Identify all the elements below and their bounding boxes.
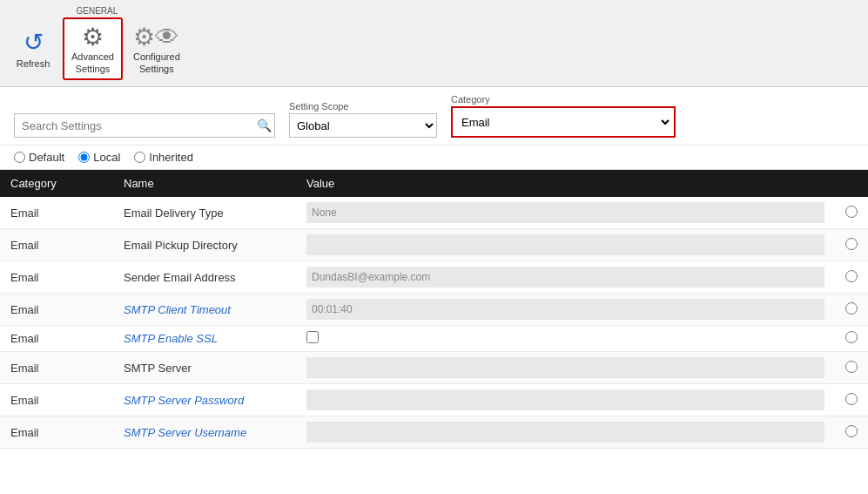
table-row: EmailSender Email Address xyxy=(0,261,868,294)
cell-category: Email xyxy=(0,416,113,449)
table-header: Category Name Value xyxy=(0,170,868,197)
radio-inherited-label: Inherited xyxy=(149,151,193,164)
search-group: 🔍 xyxy=(14,113,275,138)
refresh-button[interactable]: ↺ Refresh xyxy=(7,24,59,73)
toolbar: GENERAL ↺ Refresh ⚙ AdvancedSettings ⚙👁 … xyxy=(0,0,868,87)
radio-default-input[interactable] xyxy=(14,152,25,163)
value-checkbox[interactable] xyxy=(306,331,319,343)
cell-category: Email xyxy=(0,384,113,416)
toolbar-general-label: GENERAL xyxy=(76,6,118,16)
cell-value[interactable] xyxy=(296,384,835,416)
search-input[interactable] xyxy=(14,113,275,138)
header-radio xyxy=(835,170,868,197)
table-row: EmailSMTP Server Username xyxy=(0,416,868,449)
advanced-settings-button[interactable]: ⚙ AdvancedSettings xyxy=(63,17,123,79)
cell-name: Email Delivery Type xyxy=(113,197,296,229)
cell-value[interactable] xyxy=(296,197,835,229)
header-category: Category xyxy=(0,170,113,197)
table-body: EmailEmail Delivery TypeEmailEmail Picku… xyxy=(0,197,868,449)
category-label: Category xyxy=(451,94,676,105)
cell-name: SMTP Client Timeout xyxy=(113,294,296,326)
table-row: EmailEmail Pickup Directory xyxy=(0,229,868,261)
row-radio[interactable] xyxy=(845,238,858,250)
refresh-label: Refresh xyxy=(17,58,50,70)
table-row: EmailEmail Delivery Type xyxy=(0,197,868,229)
category-select[interactable]: Email All Authentication Cache Database … xyxy=(454,110,672,134)
configured-settings-button[interactable]: ⚙👁 ConfiguredSettings xyxy=(126,19,187,78)
cell-name: SMTP Server Password xyxy=(113,384,296,416)
header-value: Value xyxy=(296,170,835,197)
value-input[interactable] xyxy=(306,357,824,378)
radio-local-label: Local xyxy=(93,151,120,164)
cell-radio[interactable] xyxy=(835,352,868,384)
radio-inherited[interactable]: Inherited xyxy=(134,151,193,164)
row-radio[interactable] xyxy=(845,393,858,405)
cell-name: SMTP Server Username xyxy=(113,416,296,449)
cell-name: Email Pickup Directory xyxy=(113,229,296,261)
row-radio[interactable] xyxy=(845,425,858,437)
table-row: EmailSMTP Client Timeout xyxy=(0,294,868,326)
category-select-wrap: Email All Authentication Cache Database … xyxy=(451,106,676,138)
value-input[interactable] xyxy=(306,234,824,255)
header-name: Name xyxy=(113,170,296,197)
row-radio[interactable] xyxy=(845,270,858,282)
category-group: Category Email All Authentication Cache … xyxy=(451,94,676,138)
filters-bar: 🔍 Setting Scope Global Site User Categor… xyxy=(0,87,868,145)
value-input[interactable] xyxy=(306,267,824,288)
value-input[interactable] xyxy=(306,389,824,410)
cell-category: Email xyxy=(0,197,113,229)
cell-value[interactable] xyxy=(296,229,835,261)
cell-name: SMTP Enable SSL xyxy=(113,326,296,352)
cell-name: Sender Email Address xyxy=(113,261,296,294)
scope-label: Setting Scope xyxy=(289,101,437,112)
table-wrap: Category Name Value EmailEmail Delivery … xyxy=(0,170,868,494)
table-row: EmailSMTP Server Password xyxy=(0,384,868,416)
table-row: EmailSMTP Enable SSL xyxy=(0,326,868,352)
toolbar-general-group: GENERAL ↺ Refresh ⚙ AdvancedSettings ⚙👁 … xyxy=(7,6,187,79)
advanced-settings-label: AdvancedSettings xyxy=(71,51,114,74)
cell-category: Email xyxy=(0,261,113,294)
row-radio[interactable] xyxy=(845,302,858,315)
radio-local-input[interactable] xyxy=(78,152,90,163)
cell-category: Email xyxy=(0,352,113,384)
cell-category: Email xyxy=(0,229,113,261)
radio-default[interactable]: Default xyxy=(14,151,64,164)
radio-local[interactable]: Local xyxy=(78,151,120,164)
scope-select[interactable]: Global Site User xyxy=(289,113,437,138)
value-input[interactable] xyxy=(306,422,824,443)
configured-icon: ⚙👁 xyxy=(133,23,179,51)
settings-table: Category Name Value EmailEmail Delivery … xyxy=(0,170,868,449)
cell-radio[interactable] xyxy=(835,384,868,416)
value-input[interactable] xyxy=(306,299,824,320)
row-radio[interactable] xyxy=(845,361,858,373)
row-radio[interactable] xyxy=(845,206,858,218)
radio-default-label: Default xyxy=(29,151,64,164)
gear-icon: ⚙ xyxy=(82,23,104,51)
cell-radio[interactable] xyxy=(835,261,868,294)
radio-bar: Default Local Inherited xyxy=(0,145,868,170)
search-wrap: 🔍 xyxy=(14,113,275,138)
value-input[interactable] xyxy=(306,202,824,223)
radio-inherited-input[interactable] xyxy=(134,152,145,163)
cell-radio[interactable] xyxy=(835,326,868,352)
table-row: EmailSMTP Server xyxy=(0,352,868,384)
cell-name: SMTP Server xyxy=(113,352,296,384)
cell-category: Email xyxy=(0,294,113,326)
search-button[interactable]: 🔍 xyxy=(257,118,272,132)
configured-settings-label: ConfiguredSettings xyxy=(133,51,180,74)
refresh-icon: ↺ xyxy=(24,28,44,57)
cell-value[interactable] xyxy=(296,352,835,384)
cell-value[interactable] xyxy=(296,326,835,352)
cell-value[interactable] xyxy=(296,261,835,294)
scope-group: Setting Scope Global Site User xyxy=(289,101,437,138)
cell-radio[interactable] xyxy=(835,416,868,449)
cell-value[interactable] xyxy=(296,416,835,449)
cell-radio[interactable] xyxy=(835,197,868,229)
cell-value[interactable] xyxy=(296,294,835,326)
row-radio[interactable] xyxy=(845,331,858,343)
cell-category: Email xyxy=(0,326,113,352)
cell-radio[interactable] xyxy=(835,229,868,261)
cell-radio[interactable] xyxy=(835,294,868,326)
